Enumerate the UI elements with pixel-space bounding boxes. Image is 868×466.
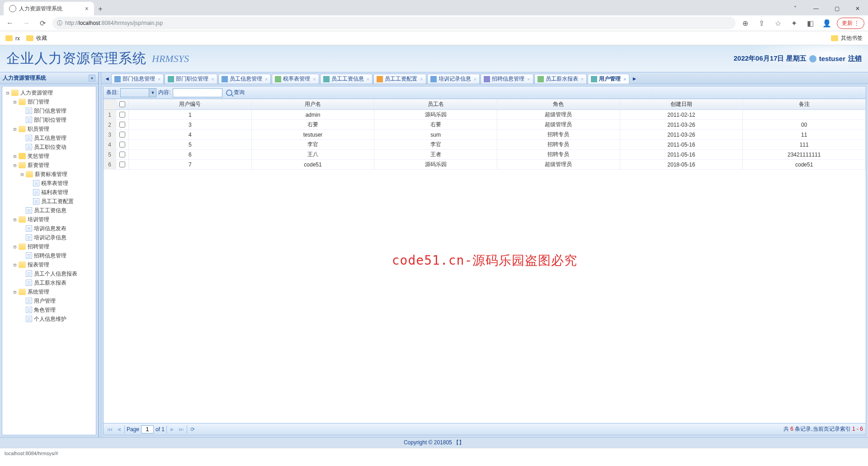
col-header[interactable]: 创建日期 xyxy=(620,99,743,109)
first-page-icon[interactable]: ⏮ xyxy=(106,426,113,433)
table-row[interactable]: 23右要右要超级管理员2011-03-2600 xyxy=(104,120,866,130)
tab-scroll-right-icon[interactable]: ► xyxy=(630,74,638,84)
row-check[interactable] xyxy=(116,130,129,139)
tree-leaf[interactable]: 员工信息管理 xyxy=(2,133,96,143)
content-tab[interactable]: 招聘信息管理× xyxy=(481,74,533,84)
table-row[interactable]: 34testusersum招聘专员2011-03-2611 xyxy=(104,130,866,140)
tree-folder[interactable]: ⊟薪资管理 xyxy=(2,161,96,170)
toggle-icon[interactable]: ⊟ xyxy=(19,171,26,178)
table-row[interactable]: 56王八王者招聘专员2011-05-1623421111111 xyxy=(104,150,866,160)
toggle-icon[interactable]: ⊟ xyxy=(11,216,19,223)
browser-tab[interactable]: 人力资源管理系统 × xyxy=(4,2,94,15)
close-icon[interactable]: ✕ xyxy=(847,2,868,15)
row-checkbox[interactable] xyxy=(119,112,125,118)
tree-leaf[interactable]: 用户管理 xyxy=(2,296,96,305)
reload-icon[interactable]: ⟳ xyxy=(36,17,49,29)
close-tab-icon[interactable]: × xyxy=(420,76,423,82)
star-icon[interactable]: ☆ xyxy=(772,17,784,29)
toggle-icon[interactable] xyxy=(19,234,26,241)
row-check[interactable] xyxy=(116,150,129,159)
toggle-icon[interactable] xyxy=(19,207,26,214)
tree-leaf[interactable]: 员工工资信息 xyxy=(2,206,96,215)
col-header[interactable]: 角色 xyxy=(497,99,620,109)
close-tab-icon[interactable]: × xyxy=(623,76,626,82)
row-check[interactable] xyxy=(116,120,129,129)
bookmark-item[interactable]: 收藏 xyxy=(26,34,47,42)
toggle-icon[interactable] xyxy=(19,134,26,142)
toggle-icon[interactable] xyxy=(26,189,33,196)
close-tab-icon[interactable]: × xyxy=(367,76,369,82)
content-tab[interactable]: 税率表管理× xyxy=(272,74,319,84)
tab-scroll-left-icon[interactable]: ◄ xyxy=(103,74,111,84)
close-tab-icon[interactable]: × xyxy=(474,76,476,82)
table-row[interactable]: 67code51源码乐园超级管理员2018-05-16code51 xyxy=(104,160,866,170)
content-tab[interactable]: 员工信息管理× xyxy=(218,74,271,84)
tree-leaf[interactable]: 部门职位管理 xyxy=(2,115,96,124)
profile-icon[interactable]: 👤 xyxy=(821,17,833,29)
toggle-icon[interactable]: ⊟ xyxy=(11,152,19,160)
field-combo[interactable]: ▼ xyxy=(120,88,156,97)
new-tab-button[interactable]: + xyxy=(94,3,107,15)
tree-leaf[interactable]: 个人信息维护 xyxy=(2,314,96,323)
tree-folder[interactable]: ⊟薪资标准管理 xyxy=(2,170,96,179)
toggle-icon[interactable] xyxy=(19,315,26,323)
tree-folder[interactable]: ⊟培训管理 xyxy=(2,215,96,224)
row-checkbox[interactable] xyxy=(119,142,125,147)
col-header[interactable]: 员工名 xyxy=(374,99,497,109)
tree-leaf[interactable]: 员工工资配置 xyxy=(2,197,96,206)
toggle-icon[interactable] xyxy=(26,198,33,205)
close-tab-icon[interactable]: × xyxy=(313,76,316,82)
tree-leaf[interactable]: 员工个人信息报表 xyxy=(2,269,96,278)
toggle-icon[interactable] xyxy=(19,116,26,124)
other-bookmarks[interactable]: 其他书签 xyxy=(831,34,863,42)
table-row[interactable]: 45李官李官招聘专员2011-05-16111 xyxy=(104,140,866,150)
back-icon[interactable]: ← xyxy=(4,17,16,29)
toggle-icon[interactable] xyxy=(19,225,26,232)
tree-folder[interactable]: ⊟奖惩管理 xyxy=(2,152,96,161)
close-tab-icon[interactable]: × xyxy=(265,76,268,82)
toggle-icon[interactable] xyxy=(19,107,26,114)
row-checkbox[interactable] xyxy=(119,122,125,128)
close-tab-icon[interactable]: × xyxy=(211,76,214,82)
next-page-icon[interactable]: ► xyxy=(169,426,176,433)
toggle-icon[interactable] xyxy=(19,270,26,277)
tree-leaf[interactable]: 角色管理 xyxy=(2,305,96,314)
toggle-icon[interactable]: ⊟ xyxy=(11,243,19,250)
collapse-icon[interactable]: « xyxy=(89,75,95,81)
select-all-checkbox[interactable] xyxy=(119,101,125,107)
tree-leaf[interactable]: 员工职位变动 xyxy=(2,143,96,152)
share-icon[interactable]: ⇪ xyxy=(755,17,768,29)
content-tab[interactable]: 用户管理× xyxy=(588,74,629,84)
close-tab-icon[interactable]: × xyxy=(527,76,530,82)
page-input[interactable] xyxy=(141,425,154,433)
url-bar[interactable]: ⓘ http://localhost:8084/hrmsys/jsp/main.… xyxy=(52,17,736,29)
content-tab[interactable]: 培训记录信息× xyxy=(427,74,480,84)
search-button[interactable]: 查询 xyxy=(224,88,246,97)
content-tab[interactable]: 部门职位管理× xyxy=(165,74,217,84)
chevron-down-icon[interactable]: ˅ xyxy=(785,2,806,15)
tree-leaf[interactable]: 员工薪水报表 xyxy=(2,278,96,287)
maximize-icon[interactable]: ▢ xyxy=(826,2,847,15)
content-input[interactable] xyxy=(173,88,222,97)
close-tab-icon[interactable]: × xyxy=(158,76,160,82)
toggle-icon[interactable]: ⊟ xyxy=(11,261,19,268)
toggle-icon[interactable] xyxy=(19,297,26,304)
tree-folder[interactable]: ⊟职员管理 xyxy=(2,124,96,133)
tree-leaf[interactable]: 部门信息管理 xyxy=(2,106,96,115)
close-tab-icon[interactable]: × xyxy=(85,5,89,12)
tree-leaf[interactable]: 培训记录信息 xyxy=(2,233,96,242)
bookmark-item[interactable]: rx xyxy=(5,35,20,42)
refresh-icon[interactable]: ⟳ xyxy=(189,426,196,433)
toggle-icon[interactable] xyxy=(19,252,26,259)
tree-leaf[interactable]: 培训信息发布 xyxy=(2,224,96,233)
col-check-header[interactable] xyxy=(116,99,129,109)
row-checkbox[interactable] xyxy=(119,162,125,167)
content-tab[interactable]: 员工薪水报表× xyxy=(534,74,587,84)
col-header[interactable]: 用户编号 xyxy=(129,99,252,109)
toggle-icon[interactable]: ⊟ xyxy=(11,98,19,105)
toggle-icon[interactable] xyxy=(26,180,33,187)
logout-link[interactable]: 注销 xyxy=(848,54,862,63)
tree-leaf[interactable]: 税率表管理 xyxy=(2,179,96,188)
toggle-icon[interactable]: ⊟ xyxy=(11,125,19,133)
table-row[interactable]: 11admin源码乐园超级管理员2011-02-12 xyxy=(104,110,866,120)
